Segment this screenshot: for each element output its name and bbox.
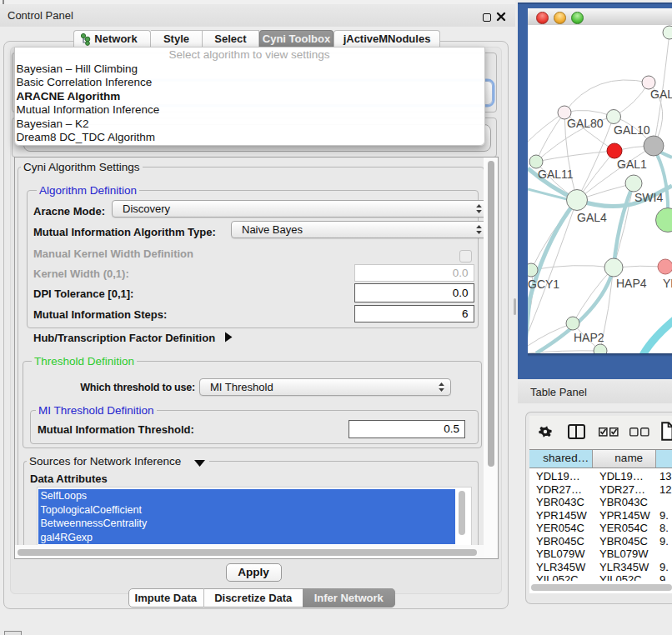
svg-text:GAL1: GAL1 [617, 158, 647, 171]
svg-text:SWI4: SWI4 [634, 191, 663, 204]
svg-text:GAL11: GAL11 [538, 168, 574, 181]
svg-text:GCY1: GCY1 [528, 278, 559, 291]
svg-text:GAL4: GAL4 [577, 211, 607, 224]
svg-text:HAP2: HAP2 [574, 331, 604, 344]
svg-text:GAL80: GAL80 [567, 117, 604, 130]
svg-text:GAL7: GAL7 [650, 88, 672, 101]
svg-text:GAL10: GAL10 [614, 123, 650, 137]
svg-text:YD: YD [663, 277, 672, 290]
svg-text:HAP4: HAP4 [616, 277, 647, 290]
